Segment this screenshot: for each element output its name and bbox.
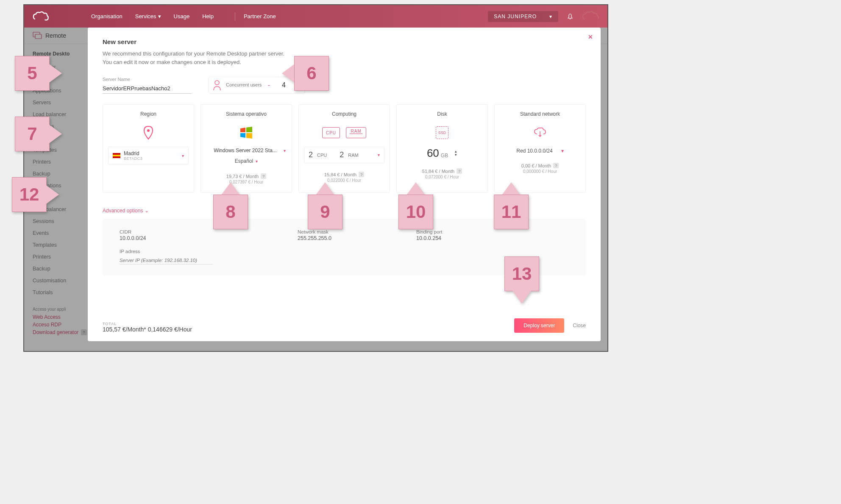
bell-icon[interactable] xyxy=(567,13,574,20)
callout-10: 10 xyxy=(398,182,433,229)
os-title: Sistema operativo xyxy=(206,111,287,117)
spain-flag-icon xyxy=(113,153,120,158)
location-pin-icon xyxy=(143,125,153,140)
ssd-icon: SSD xyxy=(436,126,448,139)
computing-price: 15,84 € / Month? xyxy=(304,172,384,177)
modal-description: We recommend this configuration for your… xyxy=(103,50,586,66)
total-value: 105,57 €/Month* 0,146629 €/Hour xyxy=(103,326,192,333)
modal-desc-line2: You can edit it now or make changes once… xyxy=(103,59,241,65)
mask-value: 255.255.255.0 xyxy=(298,235,331,241)
network-title: Standard network xyxy=(500,111,580,117)
help-icon[interactable]: ? xyxy=(457,168,462,174)
help-icon[interactable]: ? xyxy=(553,163,559,168)
cidr-label: CIDR xyxy=(120,229,213,234)
chevron-down-icon: ▾ xyxy=(256,159,258,164)
disk-price: 51,84 € / Month? xyxy=(402,168,482,174)
cpu-value: 2 xyxy=(309,150,313,159)
disk-value-row: 60 GB ▲ ▼ xyxy=(402,147,482,160)
config-cards: Region Madrid BETADC3 ▾ xyxy=(103,104,586,193)
os-name: Windows Server 2022 Sta... xyxy=(214,148,277,153)
user-icon xyxy=(212,80,222,91)
disk-card: Disk SSD 60 GB ▲ ▼ 51,84 € / Month? 0,07… xyxy=(396,104,488,193)
windows-icon xyxy=(239,126,253,139)
close-link[interactable]: Close xyxy=(573,323,586,329)
os-card: Sistema operativo Windows Server 2022 St… xyxy=(201,104,292,193)
os-selector[interactable]: Windows Server 2022 Sta... ▾ xyxy=(206,147,287,154)
chevron-down-icon: ▾ xyxy=(284,148,286,153)
nav-separator xyxy=(235,12,235,21)
nav-usage[interactable]: Usage xyxy=(174,13,190,19)
server-name-label: Server Name xyxy=(103,77,192,82)
network-price: 0,00 € / Month? xyxy=(500,163,580,168)
chevron-down-icon: ▾ xyxy=(549,14,552,19)
chevron-down-icon: ▾ xyxy=(378,153,380,157)
disk-spinners: ▲ ▼ xyxy=(454,150,457,157)
ram-value: 2 xyxy=(340,150,344,159)
decrement-button[interactable]: - xyxy=(266,81,272,89)
cpu-unit: CPU xyxy=(317,153,327,158)
disk-decrement[interactable]: ▼ xyxy=(454,153,457,157)
binding-port-label: Binding port xyxy=(416,229,442,234)
nav-organisation[interactable]: Organisation xyxy=(91,13,123,19)
org-selected-label: SAN JUNIPERO xyxy=(494,14,537,19)
disk-value: 60 xyxy=(427,147,439,160)
callout-8: 8 xyxy=(213,182,248,229)
topbar: Organisation Services▾ Usage Help Partne… xyxy=(24,5,607,28)
concurrent-users-label: Concurrent users xyxy=(226,82,262,88)
brand-icon xyxy=(582,10,599,23)
region-selector[interactable]: Madrid BETADC3 ▾ xyxy=(108,147,189,164)
disk-unit: GB xyxy=(441,153,448,159)
callout-12: 12 xyxy=(12,177,59,212)
mask-label: Network mask xyxy=(298,229,331,234)
ram-unit: RAM xyxy=(348,153,358,158)
nav-help[interactable]: Help xyxy=(202,13,214,19)
chevron-down-icon: ▾ xyxy=(561,148,564,154)
cpu-chip-icon: CPU xyxy=(322,127,340,138)
deploy-server-button[interactable]: Deploy server xyxy=(514,318,564,333)
logo-icon xyxy=(33,10,49,23)
nav-services[interactable]: Services▾ xyxy=(135,13,161,19)
region-name: Madrid xyxy=(124,150,142,156)
nav-partner-zone[interactable]: Partner Zone xyxy=(244,13,276,19)
ip-input[interactable] xyxy=(120,256,213,265)
computing-title: Computing xyxy=(304,111,384,117)
disk-hour-price: 0,072000 € / Hour xyxy=(402,175,482,179)
network-card: Standard network Red 10.0.0.0/24 ▾ 0,00 … xyxy=(494,104,586,193)
region-sub: BETADC3 xyxy=(124,156,142,161)
computing-card: Computing CPU RAM 2 CPU 2 RAM ▾ 15,84 € … xyxy=(298,104,390,193)
topbar-right: SAN JUNIPERO ▾ xyxy=(488,10,599,23)
cloud-download-icon xyxy=(534,127,546,138)
computing-selector[interactable]: 2 CPU 2 RAM ▾ xyxy=(304,147,384,163)
os-lang: Español xyxy=(235,158,253,164)
top-row: Server Name Concurrent users - 4 + xyxy=(103,77,586,94)
server-name-block: Server Name xyxy=(103,77,192,94)
callout-5: 5 xyxy=(15,56,62,91)
modal-footer: TOTAL 105,57 €/Month* 0,146629 €/Hour De… xyxy=(103,318,586,333)
modal-title: New server xyxy=(103,38,586,45)
callout-13: 13 xyxy=(504,256,539,304)
disk-title: Disk xyxy=(402,111,482,117)
ram-chip-icon: RAM xyxy=(346,127,366,138)
callout-6: 6 xyxy=(282,56,329,91)
advanced-options-label: Advanced options xyxy=(103,208,143,214)
callout-11: 11 xyxy=(494,182,529,229)
network-hour-price: 0,000000 € / Hour xyxy=(500,169,580,174)
org-selector[interactable]: SAN JUNIPERO ▾ xyxy=(488,11,558,22)
total-label: TOTAL xyxy=(103,322,192,326)
server-name-input[interactable] xyxy=(103,84,192,94)
help-icon[interactable]: ? xyxy=(359,172,364,177)
chevron-down-icon: ▾ xyxy=(158,13,161,19)
chevron-down-icon: ⌄ xyxy=(145,208,149,214)
ip-label: IP adress xyxy=(120,249,213,254)
close-icon[interactable]: ✕ xyxy=(588,33,593,40)
callout-9: 9 xyxy=(308,182,343,229)
help-icon[interactable]: ? xyxy=(261,173,266,179)
callout-7: 7 xyxy=(15,117,62,151)
network-selector[interactable]: Red 10.0.0.0/24 ▾ xyxy=(516,148,563,154)
os-price: 19,73 € / Month? xyxy=(206,173,287,179)
os-lang-selector[interactable]: Español ▾ xyxy=(231,157,262,165)
network-name: Red 10.0.0.0/24 xyxy=(516,148,552,154)
chevron-down-icon: ▾ xyxy=(182,153,184,158)
svg-point-2 xyxy=(215,81,219,85)
region-card: Region Madrid BETADC3 ▾ xyxy=(103,104,194,193)
